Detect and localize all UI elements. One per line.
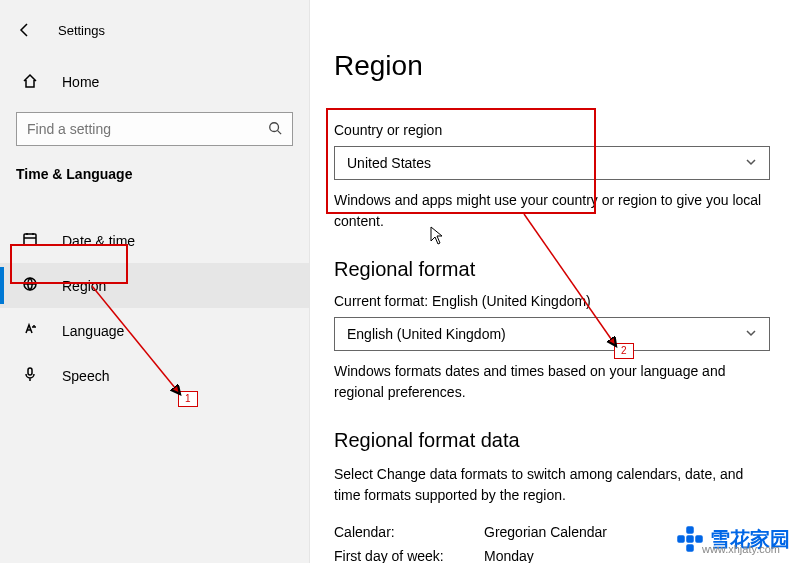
regional-format-heading: Regional format [334,258,770,281]
section-title: Time & Language [16,166,293,182]
format-data-heading: Regional format data [334,429,770,452]
sidebar-item-language[interactable]: Language [0,308,309,353]
watermark-logo-icon [676,525,704,553]
country-label: Country or region [334,122,770,138]
calendar-icon [20,231,40,250]
svg-point-0 [270,122,279,131]
sidebar-item-label: Date & time [62,233,135,249]
titlebar: Settings [0,12,309,48]
globe-icon [20,276,40,295]
page-title: Region [334,50,770,82]
search-box[interactable] [16,112,293,146]
format-dropdown[interactable]: English (United Kingdom) [334,317,770,351]
sidebar: Settings Home Time & Language Date & tim… [0,0,310,563]
sidebar-item-label: Language [62,323,124,339]
svg-rect-8 [678,536,684,542]
language-icon [20,321,40,340]
current-format-label: Current format: English (United Kingdom) [334,293,770,309]
format-value: English (United Kingdom) [347,326,506,342]
home-icon [20,73,40,92]
chevron-down-icon [745,156,757,171]
watermark-url: www.xhjaty.com [702,543,780,555]
svg-rect-1 [24,234,36,245]
svg-rect-10 [687,536,693,542]
svg-rect-6 [687,527,693,533]
country-help: Windows and apps might use your country … [334,190,770,232]
svg-rect-7 [687,545,693,551]
table-key: Calendar: [334,524,484,540]
country-dropdown[interactable]: United States [334,146,770,180]
back-icon[interactable] [14,19,36,41]
search-input[interactable] [27,121,268,137]
sidebar-item-speech[interactable]: Speech [0,353,309,398]
watermark: 雪花家园 www.xhjaty.com [676,525,790,553]
table-key: First day of week: [334,548,484,563]
microphone-icon [20,366,40,385]
sidebar-item-date-time[interactable]: Date & time [0,218,309,263]
home-button[interactable]: Home [0,62,309,102]
home-label: Home [62,74,99,90]
svg-rect-9 [696,536,702,542]
app-title: Settings [58,23,105,38]
sidebar-item-region[interactable]: Region [0,263,309,308]
format-data-help: Select Change data formats to switch amo… [334,464,770,506]
nav-list: Date & time Region Language Speech [0,218,309,398]
svg-rect-3 [28,368,32,375]
sidebar-item-label: Speech [62,368,109,384]
sidebar-item-label: Region [62,278,106,294]
search-icon [268,121,282,138]
country-value: United States [347,155,431,171]
main-pane: Region Country or region United States W… [310,0,800,563]
format-help: Windows formats dates and times based on… [334,361,770,403]
chevron-down-icon [745,327,757,342]
